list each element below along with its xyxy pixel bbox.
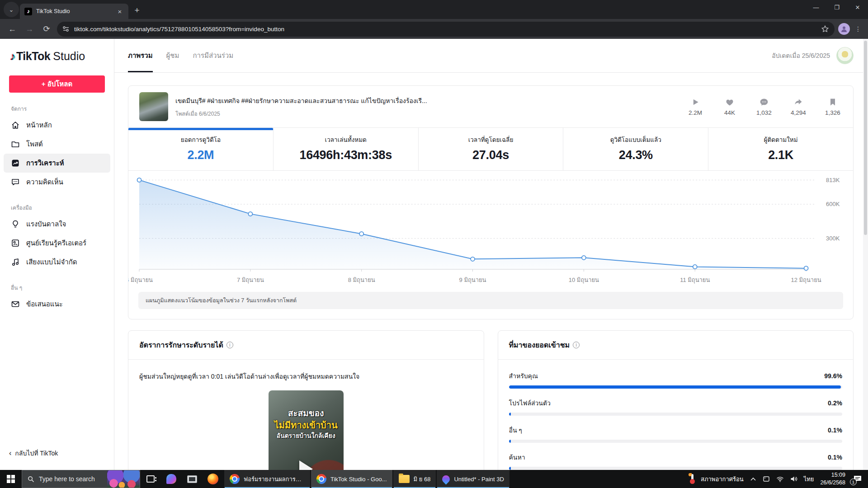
site-info-icon[interactable] [62, 25, 70, 33]
sidebar-item-comments[interactable]: ความคิดเห็น [4, 173, 110, 192]
back-link-label: กลับไปที่ TikTok [15, 448, 58, 458]
back-to-tiktok-link[interactable]: ‹ กลับไปที่ TikTok [9, 448, 58, 458]
comment-icon [760, 98, 769, 107]
notification-badge: 1 [850, 479, 857, 485]
metric-label: เวลาเล่นทั้งหมด [277, 135, 415, 145]
play-icon [691, 98, 700, 107]
stat-comments: 1,032 [755, 98, 774, 116]
tab-title: TikTok Studio [36, 8, 112, 14]
account-avatar[interactable] [836, 47, 854, 64]
play-button-icon[interactable] [299, 460, 313, 470]
traffic-title: ที่มาของยอดเข้าชม [509, 339, 570, 351]
content: เขตมีนบุรี# #ฝ่ายเทศกิจ ##ฝ่ายรักษาความส… [114, 73, 868, 470]
task-view-button[interactable] [140, 470, 161, 488]
traffic-row-personal-profile: โปรไฟล์ส่วนตัว 0.2% [509, 398, 843, 416]
screen: ⌄ ♪ TikTok Studio × + — ❐ ✕ ← → ⟳ tiktok… [0, 0, 868, 488]
search-highlight-image[interactable] [107, 470, 140, 488]
sidebar-item-home[interactable]: หน้าหลัก [4, 116, 110, 135]
minimize-button[interactable]: — [806, 0, 826, 14]
browser-tabstrip: ⌄ ♪ TikTok Studio × + — ❐ ✕ [0, 0, 868, 19]
browser-toolbar: ← → ⟳ tiktok.com/tiktokstudio/analytics/… [0, 19, 868, 39]
taskbar-app-chrome-form[interactable]: ฟอร์มรายงานผลการดำ... [224, 470, 310, 488]
browser-tab[interactable]: ♪ TikTok Studio × [20, 4, 128, 19]
heart-icon [725, 98, 734, 107]
search-icon [28, 476, 34, 483]
tab-overview[interactable]: ภาพรวม [128, 39, 153, 72]
traffic-bar-fill [509, 467, 511, 470]
metric-total-play-time[interactable]: เวลาเล่นทั้งหมด 16496h:43m:38s [273, 128, 418, 170]
info-icon[interactable]: i [226, 342, 233, 348]
back-icon[interactable]: ← [5, 22, 19, 36]
main-area: ภาพรวม ผู้ชม การมีส่วนร่วม อัปเดตเมื่อ 2… [114, 39, 868, 470]
trend-chart[interactable]: 813K600K300K6 มิถุนายน7 มิถุนายน8 มิถุนา… [128, 174, 853, 287]
post-thumbnail[interactable] [139, 92, 168, 121]
metric-average-watch-time[interactable]: เวลาที่ดูโดยเฉลี่ย 27.04s [418, 128, 563, 170]
traffic-row-others: อื่น ๆ 0.1% [509, 425, 843, 443]
tab-viewers[interactable]: ผู้ชม [166, 39, 179, 72]
page-scrollbar[interactable] [863, 39, 868, 470]
person-icon [840, 25, 848, 33]
tiktok-studio-app: ♪ TikTok Studio + อัปโหลด จัดการ หน้าหลั… [0, 39, 868, 470]
sidebar-item-posts[interactable]: โพสต์ [4, 135, 110, 154]
address-bar[interactable]: tiktok.com/tiktokstudio/analytics/751278… [57, 22, 835, 37]
start-button[interactable] [0, 470, 22, 488]
sidebar-section-tools: เครื่องมือ [0, 192, 114, 215]
taskbar-app-chrome-tiktok-studio[interactable]: TikTok Studio - Goo... [311, 470, 392, 488]
svg-text:600K: 600K [826, 201, 840, 207]
bookmark-star-icon[interactable] [821, 25, 829, 33]
metric-label: ดูวิดีโอแบบเต็มแล้ว [567, 135, 704, 145]
scrollbar-thumb[interactable] [864, 41, 867, 235]
comments-icon [11, 178, 20, 187]
speaker-icon[interactable] [790, 476, 797, 482]
device-tray-icon[interactable] [763, 476, 770, 482]
sidebar-item-inspiration[interactable]: แรงบันดาลใจ [4, 215, 110, 234]
taskbar-search[interactable]: Type here to search [22, 470, 140, 488]
metric-new-followers[interactable]: ผู้ติดตามใหม่ 2.1K [708, 128, 853, 170]
action-center-button[interactable]: 1 [852, 474, 863, 484]
stat-views: 2.2M [686, 98, 705, 116]
stat-shares: 4,294 [789, 98, 808, 116]
post-date: โพสต์เมื่อ 6/6/2025 [175, 109, 427, 118]
sidebar-item-creator-center[interactable]: ศูนย์เรียนรู้ครีเอเตอร์ [4, 234, 110, 253]
firefox-button[interactable] [203, 470, 223, 488]
reload-icon[interactable]: ⟳ [40, 22, 53, 36]
info-icon[interactable]: i [573, 342, 580, 348]
tab-close-icon[interactable]: × [116, 7, 124, 15]
main-header: ภาพรวม ผู้ชม การมีส่วนร่วม อัปเดตเมื่อ 2… [114, 39, 868, 73]
weather-label[interactable]: สภาพอากาศร้อน [701, 474, 744, 484]
tray-chevron-up-icon[interactable] [750, 477, 756, 481]
forward-icon[interactable]: → [23, 22, 36, 36]
task-manager-button[interactable] [182, 470, 203, 488]
close-button[interactable]: ✕ [847, 0, 868, 14]
taskbar-app-folder[interactable]: มิ ย 68 [393, 470, 436, 488]
posts-icon [11, 140, 20, 149]
metric-watched-full-video[interactable]: ดูวิดีโอแบบเต็มแล้ว 24.3% [563, 128, 708, 170]
taskbar-clock[interactable]: 15:09 26/6/2568 [820, 471, 845, 487]
traffic-bar-track [509, 440, 843, 443]
upload-button[interactable]: + อัปโหลด [9, 75, 105, 93]
taskbar-app-paint3d[interactable]: Untitled* - Paint 3D [437, 470, 509, 488]
copilot-button[interactable] [161, 470, 182, 488]
sidebar-item-sounds[interactable]: เสียงแบบไม่จำกัด [4, 253, 110, 272]
retention-video-player[interactable]: สะสมของ ไม่มีทางเข้าบ้าน อันตรายบ้านใกล้… [269, 390, 344, 470]
metric-video-views[interactable]: ยอดการดูวิดีโอ 2.2M [128, 128, 273, 170]
restore-button[interactable]: ❐ [826, 0, 847, 14]
tab-engagement[interactable]: การมีส่วนร่วม [193, 39, 233, 72]
post-texts: เขตมีนบุรี# #ฝ่ายเทศกิจ ##ฝ่ายรักษาความส… [175, 96, 427, 118]
wifi-icon[interactable] [776, 476, 784, 482]
retention-card: อัตราการรักษาระดับรายได้ i ผู้ชมส่วนใหญ่… [128, 330, 484, 470]
tab-search-button[interactable]: ⌄ [4, 2, 19, 17]
svg-text:300K: 300K [826, 235, 840, 242]
new-tab-button[interactable]: + [130, 4, 144, 17]
bookmark-icon [828, 98, 837, 107]
weather-thermometer-icon[interactable] [690, 474, 694, 484]
traffic-value: 0.1% [828, 454, 842, 461]
traffic-row-search: ค้นหา 0.1% [509, 452, 843, 470]
language-indicator[interactable]: ไทย [804, 474, 814, 484]
search-placeholder: Type here to search [39, 475, 95, 483]
browser-profile-avatar[interactable] [838, 23, 850, 35]
sidebar-item-feedback[interactable]: ข้อเสนอแนะ [4, 295, 110, 314]
sidebar-item-analytics[interactable]: การวิเคราะห์ [4, 154, 110, 173]
browser-menu-icon[interactable]: ⋮ [854, 28, 863, 30]
retention-description: ผู้ชมส่วนใหญ่หยุดดูที่เวลา 0:01 เล่นวิดี… [128, 360, 484, 384]
